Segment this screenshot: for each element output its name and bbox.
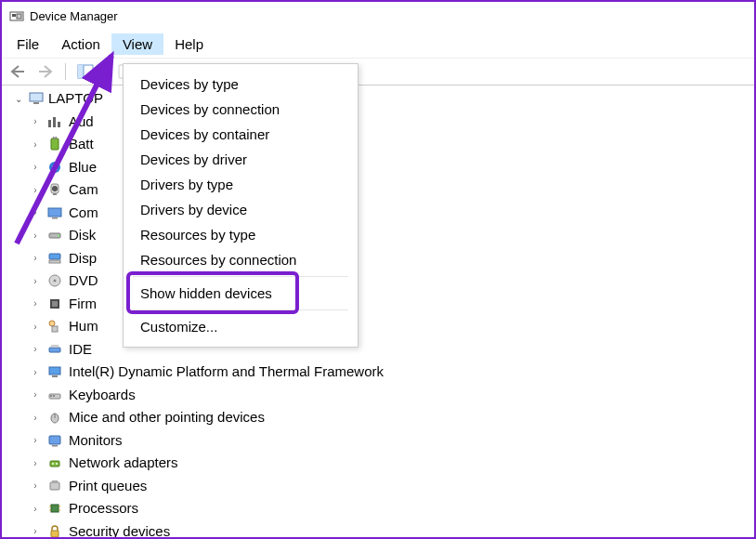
svg-rect-35 — [52, 375, 58, 377]
menu-devices-by-driver[interactable]: Devices by driver — [124, 147, 358, 172]
svg-rect-32 — [49, 348, 60, 352]
device-category-icon — [46, 500, 63, 517]
menu-customize[interactable]: Customize... — [124, 314, 358, 339]
tree-node-label: Mice and other pointing devices — [69, 407, 265, 428]
device-category-icon — [46, 296, 63, 312]
tree-node-label: IDE — [69, 339, 92, 361]
expand-caret-icon[interactable]: › — [30, 479, 41, 493]
tree-node-label: Print queues — [69, 476, 147, 497]
tree-node-label: Intel(R) Dynamic Platform and Thermal Fr… — [69, 362, 384, 383]
device-category-icon — [46, 523, 63, 539]
tree-node-label: Monitors — [69, 430, 123, 452]
app-icon — [9, 8, 24, 23]
menu-help[interactable]: Help — [163, 33, 215, 55]
expand-caret-icon[interactable]: › — [30, 251, 41, 265]
menu-resources-by-connection[interactable]: Resources by connection — [124, 247, 358, 272]
annotation-arrow — [7, 39, 128, 253]
svg-rect-25 — [49, 260, 60, 263]
device-category-icon — [46, 454, 63, 471]
device-category-icon — [46, 409, 63, 426]
menu-devices-by-connection[interactable]: Devices by connection — [124, 97, 358, 122]
tree-node-label: Firm — [69, 294, 97, 315]
view-dropdown: Devices by type Devices by connection De… — [123, 63, 358, 348]
expand-caret-icon[interactable]: › — [30, 456, 41, 470]
svg-rect-38 — [53, 395, 55, 397]
tree-node-label: Processors — [69, 498, 138, 519]
svg-rect-48 — [51, 505, 59, 512]
svg-rect-34 — [49, 367, 60, 375]
tree-node[interactable]: ›Network adapters — [30, 452, 754, 475]
expand-caret-icon[interactable]: › — [30, 296, 41, 310]
svg-rect-43 — [50, 461, 59, 467]
svg-point-27 — [54, 280, 57, 283]
svg-rect-2 — [17, 14, 21, 19]
device-category-icon — [46, 363, 63, 380]
svg-rect-42 — [52, 445, 58, 447]
svg-rect-29 — [52, 301, 58, 307]
device-category-icon — [46, 272, 63, 289]
device-category-icon — [46, 432, 63, 449]
expand-caret-icon[interactable]: › — [30, 411, 41, 425]
menu-devices-by-container[interactable]: Devices by container — [124, 122, 358, 147]
svg-point-30 — [49, 321, 55, 326]
tree-node[interactable]: ›Monitors — [30, 429, 754, 453]
tree-node[interactable]: ›Mice and other pointing devices — [30, 406, 754, 429]
svg-rect-31 — [52, 326, 58, 332]
tree-node[interactable]: ›Processors — [30, 497, 754, 520]
device-category-icon — [46, 478, 63, 494]
window-title: Device Manager — [30, 9, 118, 23]
svg-line-60 — [17, 56, 111, 243]
svg-rect-1 — [12, 14, 16, 17]
expand-caret-icon[interactable]: › — [30, 433, 41, 447]
svg-point-45 — [56, 463, 58, 465]
device-category-icon — [46, 341, 63, 358]
svg-rect-41 — [49, 436, 60, 444]
menu-separator-2 — [133, 309, 348, 310]
svg-rect-47 — [52, 480, 58, 482]
device-category-icon — [46, 318, 63, 335]
expand-caret-icon[interactable]: › — [30, 274, 41, 288]
svg-point-44 — [52, 463, 54, 465]
tree-node-label: Network adapters — [69, 453, 178, 474]
menu-devices-by-type[interactable]: Devices by type — [124, 72, 358, 97]
device-category-icon — [46, 387, 63, 403]
svg-rect-33 — [51, 345, 59, 348]
svg-rect-53 — [51, 531, 59, 537]
menu-drivers-by-type[interactable]: Drivers by type — [124, 172, 358, 197]
expand-caret-icon[interactable]: › — [30, 502, 41, 516]
expand-caret-icon[interactable]: › — [30, 365, 41, 379]
tree-node[interactable]: ›Intel(R) Dynamic Platform and Thermal F… — [30, 361, 754, 384]
svg-rect-46 — [50, 482, 59, 490]
tree-node[interactable]: ›Keyboards — [30, 384, 754, 407]
tree-node[interactable]: ›Security devices — [30, 520, 754, 540]
tree-node-label: DVD — [69, 270, 98, 292]
tree-node-label: Keyboards — [69, 385, 136, 406]
menu-separator — [133, 276, 348, 277]
menu-show-hidden-devices[interactable]: Show hidden devices — [124, 281, 358, 306]
expand-caret-icon[interactable]: › — [30, 388, 41, 401]
svg-rect-37 — [50, 395, 52, 397]
tree-node-label: Hum — [69, 316, 98, 337]
expand-caret-icon[interactable]: › — [30, 320, 41, 334]
tree-node[interactable]: ›Print queues — [30, 475, 754, 498]
menu-resources-by-type[interactable]: Resources by type — [124, 222, 358, 247]
expand-caret-icon[interactable]: › — [30, 524, 41, 538]
titlebar: Device Manager — [2, 2, 754, 30]
svg-rect-24 — [49, 254, 60, 259]
expand-caret-icon[interactable]: › — [30, 342, 41, 356]
tree-node-label: Security devices — [69, 521, 170, 540]
menu-drivers-by-device[interactable]: Drivers by device — [124, 197, 358, 222]
